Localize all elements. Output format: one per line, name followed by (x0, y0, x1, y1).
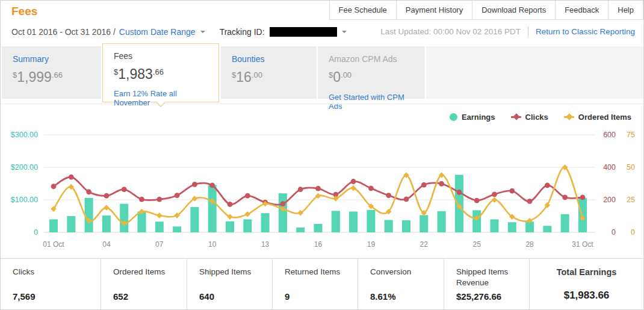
bar-earnings-day-17 (332, 211, 340, 232)
stat-value: 640 (199, 291, 272, 302)
point-clicks-day-11 (228, 202, 233, 207)
point-clicks-day-7 (156, 197, 162, 202)
x-tick-label: 22 (420, 240, 429, 249)
bar-earnings-day-22 (420, 215, 428, 232)
point-ordered-items-day-26 (492, 197, 498, 203)
ordered-items-marker-icon (564, 116, 574, 118)
tab-fees-active[interactable]: Fees $1,983.66 Earn 12% Rate all Novembe… (102, 43, 219, 102)
stat-clicks: Clicks7,569 (1, 259, 101, 310)
x-tick-label: 01 Oct (43, 240, 64, 249)
point-clicks-day-21 (404, 197, 409, 202)
ordered-items-line (51, 164, 586, 226)
bar-earnings-day-12 (243, 219, 252, 232)
bar-earnings-day-4 (102, 215, 111, 232)
fees-cents: .66 (153, 67, 164, 76)
point-clicks-day-12 (245, 193, 250, 199)
point-clicks-day-26 (492, 191, 497, 197)
x-axis-labels: 01 Oct04071013161922252831 Oct (43, 240, 593, 249)
right-axis-clicks-label: 200 (603, 196, 616, 204)
bar-earnings-day-25 (472, 210, 481, 232)
point-clicks-day-4 (104, 193, 110, 199)
last-updated-text: Last Updated: 00:00 Nov 02 2016 PDT (380, 27, 521, 36)
tab-summary[interactable]: Summary $1,999.66 (2, 46, 101, 99)
fees-chart: 000$100.0020025$200.0040050$300.00600750… (1, 104, 644, 255)
bar-earnings-day-6 (138, 211, 146, 232)
right-axis-clicks-label: 400 (603, 163, 616, 172)
cpm-tab-label: Amazon CPM Ads (329, 54, 414, 64)
date-range-caret-icon[interactable] (200, 31, 205, 36)
bar-earnings-day-19 (367, 210, 375, 232)
point-clicks-day-2 (69, 175, 74, 180)
bar-earnings-day-31 (578, 198, 587, 232)
left-axis-label: $300.00 (11, 131, 38, 139)
point-clicks-day-29 (545, 183, 550, 188)
date-and-tracking: Oct 01 2016 - Oct 31 2016 / Custom Date … (11, 27, 347, 37)
tab-strip-filler (426, 46, 643, 99)
point-clicks-day-24 (457, 190, 462, 195)
top-nav: Fee SchedulePayment HistoryDownload Repo… (330, 1, 643, 20)
point-clicks-day-9 (192, 182, 197, 187)
chart-section: EarningsClicksOrdered Items 000$100.0020… (1, 104, 643, 255)
point-clicks-day-19 (368, 185, 374, 191)
summary-tab-label: Summary (13, 54, 90, 64)
summary-dollars: 1,999 (17, 69, 52, 85)
tab-bounties[interactable]: Bounties $16.00 (221, 46, 317, 99)
legend-item-clicks[interactable]: Clicks (511, 113, 548, 122)
classic-reporting-link[interactable]: Return to Classic Reporting (536, 27, 635, 36)
point-clicks-day-14 (280, 201, 286, 206)
point-clicks-day-8 (175, 193, 180, 198)
point-clicks-day-5 (122, 187, 127, 192)
update-info: Last Updated: 00:00 Nov 02 2016 PDT Retu… (380, 26, 635, 37)
tracking-id-caret-icon[interactable] (342, 31, 347, 36)
cpm-cents: .00 (341, 70, 351, 79)
fees-amount: $1,983.66 (114, 66, 208, 82)
legend-item-earnings[interactable]: Earnings (450, 113, 495, 122)
earnings-bars (49, 175, 587, 232)
bar-earnings-day-1 (49, 219, 58, 232)
legend-label: Ordered Items (578, 113, 631, 122)
ordered-items-diamond-icon (566, 113, 572, 120)
stat-value: $1,983.66 (564, 290, 610, 302)
nav-fee-schedule-button[interactable]: Fee Schedule (329, 1, 397, 20)
bounties-amount: $16.00 (232, 69, 306, 85)
stat-value: 8.61% (370, 291, 444, 302)
point-clicks-day-22 (421, 182, 427, 188)
nav-feedback-button[interactable]: Feedback (555, 1, 608, 20)
stat-ordered-items: Ordered Items652 (101, 259, 187, 310)
point-clicks-day-16 (315, 186, 321, 191)
legend-item-ordered-items[interactable]: Ordered Items (564, 113, 631, 122)
earn-rate-promo-link[interactable]: Earn 12% Rate all November (114, 89, 208, 107)
custom-date-range-link[interactable]: Custom Date Range (119, 27, 196, 37)
clicks-diamond-icon (513, 113, 519, 120)
nav-download-reports-button[interactable]: Download Reports (472, 1, 556, 20)
bar-earnings-day-5 (120, 203, 128, 232)
stat-value: 652 (113, 291, 187, 302)
fees-dashboard: Fees Fee SchedulePayment HistoryDownload… (0, 0, 644, 310)
stat-label: Total Earnings (557, 267, 617, 279)
summary-cents: .66 (52, 70, 63, 79)
tracking-id-value-redacted[interactable] (270, 27, 337, 37)
tab-amazon-cpm-ads: Amazon CPM Ads $0.00 Get Started with CP… (318, 46, 425, 99)
left-axis-label: 0 (34, 228, 38, 237)
point-clicks-day-31 (580, 195, 586, 200)
nav-payment-history-button[interactable]: Payment History (396, 1, 472, 20)
point-ordered-items-day-4 (104, 205, 110, 211)
x-tick-label: 25 (473, 240, 481, 249)
cpm-dollars: 0 (333, 69, 341, 85)
bar-earnings-day-9 (190, 207, 199, 232)
stat-value: 9 (285, 291, 358, 302)
fees-tab-label: Fees (114, 51, 208, 61)
point-clicks-day-18 (351, 179, 356, 184)
cpm-amount: $0.00 (329, 69, 414, 85)
point-ordered-items-day-18 (350, 185, 356, 191)
clicks-line (51, 175, 586, 207)
nav-help-button[interactable]: Help (608, 1, 643, 20)
bar-earnings-day-29 (543, 226, 551, 232)
x-tick-label: 31 Oct (572, 240, 593, 249)
stat-label: Returned Items (285, 267, 352, 277)
stat-value: $25,276.66 (456, 291, 529, 302)
bar-earnings-day-21 (402, 220, 410, 232)
bar-earnings-day-16 (314, 224, 323, 232)
bar-earnings-day-13 (261, 213, 270, 232)
bar-earnings-day-27 (508, 222, 516, 232)
